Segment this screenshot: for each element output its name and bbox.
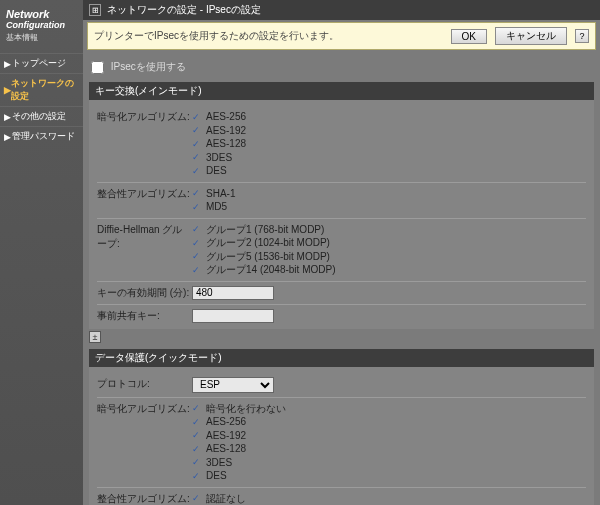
row-enc1: 暗号化アルゴリズム: AES-256 AES-192 AES-128 3DES … [97, 106, 586, 183]
page-title: ネットワークの設定 - IPsecの設定 [107, 3, 261, 17]
sidebar-item-label: ネットワークの設定 [11, 77, 79, 103]
opt-des[interactable]: DES [192, 164, 586, 178]
opt-sha1[interactable]: SHA-1 [192, 187, 586, 201]
opt-noauth[interactable]: 認証なし [192, 492, 586, 506]
opt-3des[interactable]: 3DES [192, 151, 586, 165]
info-message: プリンターでIPsecを使用するための設定を行います。 [94, 29, 443, 43]
label-enc-algo2: 暗号化アルゴリズム: [97, 402, 192, 483]
label-protocol: プロトコル: [97, 377, 192, 393]
vals-enc1: AES-256 AES-192 AES-128 3DES DES [192, 110, 586, 178]
opt-aes128b[interactable]: AES-128 [192, 442, 586, 456]
section-header-key-exchange: キー交換(メインモード) [89, 82, 594, 100]
enable-ipsec-label: IPsecを使用する [111, 61, 186, 72]
sidebar-item-other[interactable]: ▶その他の設定 [0, 106, 83, 126]
logo: Network Configuration 基本情報 [0, 0, 83, 47]
row-hash2: 整合性アルゴリズム: 認証なし SHA-1 MD5 [97, 488, 586, 506]
vals-life1 [192, 286, 586, 300]
window-icon: ⊞ [89, 4, 101, 16]
opt-md5[interactable]: MD5 [192, 200, 586, 214]
psk-input[interactable] [192, 309, 274, 323]
sidebar-item-password[interactable]: ▶管理パスワード [0, 126, 83, 146]
logo-subtitle: Configuration [6, 20, 77, 30]
protocol-select[interactable]: ESP [192, 377, 274, 393]
vals-proto: ESP [192, 377, 586, 393]
nav-arrow-icon: ▶ [4, 132, 12, 142]
opt-noenc[interactable]: 暗号化を行わない [192, 402, 586, 416]
row-dh: Diffie-Hellman グループ: グループ1 (768-bit MODP… [97, 219, 586, 282]
opt-aes256[interactable]: AES-256 [192, 110, 586, 124]
opt-aes128[interactable]: AES-128 [192, 137, 586, 151]
nav: ▶トップページ ▶ネットワークの設定 ▶その他の設定 ▶管理パスワード [0, 53, 83, 146]
collapse-toggle-1[interactable]: ± [89, 331, 101, 343]
vals-psk [192, 309, 586, 323]
opt-desb[interactable]: DES [192, 469, 586, 483]
row-proto: プロトコル: ESP [97, 373, 586, 398]
row-psk: 事前共有キー: [97, 305, 586, 327]
nav-arrow-icon: ▶ [4, 112, 12, 122]
enable-ipsec-row: IPsecを使用する [89, 56, 594, 80]
sidebar-item-label: トップページ [12, 57, 66, 70]
titlebar: ⊞ ネットワークの設定 - IPsecの設定 [83, 0, 600, 20]
help-button[interactable]: ? [575, 29, 589, 43]
info-strip: プリンターでIPsecを使用するための設定を行います。 OK キャンセル ? [87, 22, 596, 50]
content: IPsecを使用する キー交換(メインモード) 暗号化アルゴリズム: AES-2… [83, 52, 600, 505]
main: ⊞ ネットワークの設定 - IPsecの設定 プリンターでIPsecを使用するた… [83, 0, 600, 505]
section-header-data-protection: データ保護(クイックモード) [89, 349, 594, 367]
row-hash1: 整合性アルゴリズム: SHA-1 MD5 [97, 183, 586, 219]
opt-aes192b[interactable]: AES-192 [192, 429, 586, 443]
sidebar: Network Configuration 基本情報 ▶トップページ ▶ネットワ… [0, 0, 83, 505]
sidebar-item-label: その他の設定 [12, 110, 66, 123]
opt-aes192[interactable]: AES-192 [192, 124, 586, 138]
opt-dh5[interactable]: グループ5 (1536-bit MODP) [192, 250, 586, 264]
sidebar-item-network[interactable]: ▶ネットワークの設定 [0, 73, 83, 106]
sidebar-item-label: 管理パスワード [12, 130, 75, 143]
opt-dh14[interactable]: グループ14 (2048-bit MODP) [192, 263, 586, 277]
logo-footer: 基本情報 [6, 32, 77, 43]
label-psk: 事前共有キー: [97, 309, 192, 323]
opt-dh1[interactable]: グループ1 (768-bit MODP) [192, 223, 586, 237]
label-key-life: キーの有効期間 (分): [97, 286, 192, 300]
ok-button[interactable]: OK [451, 29, 487, 44]
row-enc2: 暗号化アルゴリズム: 暗号化を行わない AES-256 AES-192 AES-… [97, 398, 586, 488]
label-hash-algo2: 整合性アルゴリズム: [97, 492, 192, 506]
nav-arrow-icon: ▶ [4, 85, 11, 95]
vals-dh: グループ1 (768-bit MODP) グループ2 (1024-bit MOD… [192, 223, 586, 277]
logo-title: Network [6, 8, 77, 20]
vals-hash1: SHA-1 MD5 [192, 187, 586, 214]
vals-enc2: 暗号化を行わない AES-256 AES-192 AES-128 3DES DE… [192, 402, 586, 483]
label-hash-algo: 整合性アルゴリズム: [97, 187, 192, 214]
sidebar-item-top[interactable]: ▶トップページ [0, 53, 83, 73]
nav-arrow-icon: ▶ [4, 59, 12, 69]
label-dh-group: Diffie-Hellman グループ: [97, 223, 192, 277]
panel-data-protection: プロトコル: ESP 暗号化アルゴリズム: 暗号化を行わない AES-256 A… [89, 367, 594, 506]
panel-key-exchange: 暗号化アルゴリズム: AES-256 AES-192 AES-128 3DES … [89, 100, 594, 329]
label-enc-algo: 暗号化アルゴリズム: [97, 110, 192, 178]
cancel-button[interactable]: キャンセル [495, 27, 567, 45]
row-life1: キーの有効期間 (分): [97, 282, 586, 305]
opt-dh2[interactable]: グループ2 (1024-bit MODP) [192, 236, 586, 250]
app-root: Network Configuration 基本情報 ▶トップページ ▶ネットワ… [0, 0, 600, 505]
enable-ipsec-checkbox[interactable] [91, 61, 104, 74]
key-life-input[interactable] [192, 286, 274, 300]
opt-aes256b[interactable]: AES-256 [192, 415, 586, 429]
opt-3desb[interactable]: 3DES [192, 456, 586, 470]
vals-hash2: 認証なし SHA-1 MD5 [192, 492, 586, 506]
